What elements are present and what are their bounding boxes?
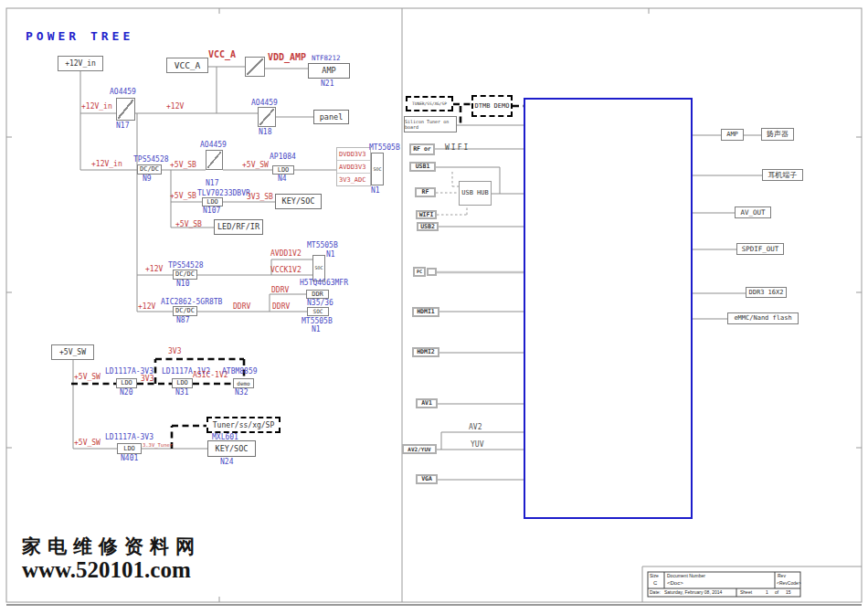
box-dcdc-n9: DC/DC — [137, 164, 162, 175]
port-hdmi2: HDMI2 — [412, 347, 439, 357]
part-label-ntf8212: NTF8212 — [312, 55, 341, 62]
mosfet-vcc-a — [245, 57, 265, 77]
ref-n87: N87 — [176, 317, 189, 324]
ref-n1-3: N1 — [312, 326, 321, 333]
titleblock-date-label: Date: — [650, 590, 661, 595]
box-demod: demo — [233, 378, 254, 388]
titleblock-sheet-value: 1 — [766, 590, 768, 595]
titleblock-date-value: Saturday, February 08, 2014 — [664, 590, 722, 595]
net-label-vdd-amp: VDD_AMP — [268, 53, 306, 62]
net-label-5v-sb-2: +5V_SB — [170, 193, 196, 200]
titleblock-size-label: Size — [650, 574, 659, 578]
net-label-avdd1v2: AVDD1V2 — [270, 250, 302, 258]
net-label-wifi: WIFI — [445, 143, 470, 152]
net-label-vcck1v2: VCCK1V2 — [270, 267, 302, 274]
rail-stack-3v3: DVDD3V3 AVDD3V3 3V3_ADC — [336, 147, 371, 186]
part-label-aic2862: AIC2862-5GR8TB — [161, 299, 222, 306]
mosfet-n17 — [116, 98, 135, 121]
port-rf-or: RF or — [409, 143, 435, 155]
ref-n20: N20 — [120, 389, 132, 397]
net-label-3v3-adc: 3V3_ADC — [337, 174, 370, 186]
box-ldo-n4: LDO — [272, 165, 294, 175]
box-dtmb-demod: DTMB DEMO — [471, 95, 513, 117]
net-label-av2: AV2 — [469, 423, 482, 431]
port-usb2: USB2 — [417, 222, 439, 231]
box-ldo-n31: LDO — [172, 378, 193, 388]
box-silicon-tuner: Silicon Tuner on board — [404, 116, 457, 132]
part-label-ap1084: AP1084 — [270, 154, 296, 161]
source-box-vcc-a: VCC_A — [166, 58, 208, 73]
box-soc-2: SOC — [312, 255, 325, 281]
ref-n35-36: N35/36 — [307, 300, 333, 307]
box-usb-hub: USB HUB — [459, 181, 492, 206]
ref-n9: N9 — [143, 175, 152, 183]
port-usb1: USB1 — [409, 162, 436, 172]
ref-n107: N107 — [203, 207, 220, 215]
mosfet-n17b — [206, 150, 223, 170]
net-label-ddrv-ddr: DDRV — [271, 287, 289, 294]
ref-n21: N21 — [321, 80, 333, 88]
port-pc-aux-box — [427, 268, 437, 276]
ref-n1-2: N1 — [326, 251, 335, 259]
port-vga: VGA — [416, 474, 438, 484]
part-label-ao4459-n18: AO4459 — [251, 100, 278, 107]
box-led-rf-ir: LED/RF/IR — [214, 219, 263, 235]
box-tuner-group: Tuner/ss/xg/SP — [206, 417, 281, 433]
titleblock-total-value: 15 — [786, 590, 791, 595]
box-spdif-out: SPDIF_OUT — [736, 243, 784, 255]
ref-n24: N24 — [220, 459, 233, 466]
box-ldo-n401: LDO — [117, 443, 142, 454]
port-wifi: WIFI — [416, 210, 437, 219]
net-label-yuv: YUV — [471, 440, 483, 449]
net-label-ddrv-soc: DDRV — [272, 303, 290, 311]
net-label-vcc-a: VCC_A — [208, 50, 236, 59]
net-label-3v3-1: 3V3 — [141, 376, 153, 383]
box-ddr: DDR — [306, 290, 329, 299]
box-dcdc-n87: DC/DC — [173, 306, 197, 316]
ref-n1-1: N1 — [371, 187, 380, 195]
part-label-mt5505b-3: MT5505B — [302, 318, 333, 325]
part-label-mt5505b-1: MT5505B — [369, 144, 400, 152]
port-rf: RF — [415, 187, 436, 197]
box-key-soc-2: KEY/SOC — [207, 440, 256, 457]
net-label-ddrv-main: DDRV — [233, 303, 250, 311]
net-label-5v-sb-3: +5V_SB — [175, 221, 202, 228]
part-label-tps54528-n10: TPS54528 — [168, 262, 204, 270]
port-pc: PC — [413, 267, 426, 277]
part-label-h5tq4g63mfr: H5TQ4G63MFR — [300, 280, 348, 287]
box-ldo-n107: LDO — [202, 197, 223, 206]
net-label-5v-sw-n20: +5V_SW — [74, 374, 101, 381]
source-box-12v-in: +12V_in — [58, 56, 103, 71]
titleblock-size-value: C — [653, 580, 657, 586]
watermark-site-name: 家电维修资料网 — [22, 534, 201, 559]
ref-n4: N4 — [278, 175, 287, 183]
box-soc-3: SOC — [307, 307, 329, 316]
part-label-ao4459-n17b: AO4459 — [200, 142, 227, 149]
soc-main-block — [524, 98, 693, 519]
box-amp: AMP — [308, 63, 350, 79]
watermark-url: www.520101.com — [22, 557, 191, 583]
net-label-12v-n10: +12V — [145, 266, 163, 273]
ref-n17: N17 — [116, 122, 129, 130]
part-label-mt5505b-2: MT5505B — [307, 242, 338, 249]
schematic-sheet: POWER TREE +12V_in VCC_A VCC_A VDD_AMP N… — [0, 0, 868, 614]
box-emmc-nand: eMMC/Nand flash — [727, 312, 799, 324]
box-panel: panel — [313, 110, 349, 124]
box-tuner-module: TUNER/SS/XG/SP — [406, 96, 453, 111]
titleblock-rev-value: <RevCode> — [777, 581, 801, 586]
titleblock-sheet-label: Sheet — [740, 590, 752, 595]
source-box-5v-sw: +5V_SW — [51, 344, 94, 360]
ref-n10: N10 — [176, 281, 189, 288]
box-dcdc-n10: DC/DC — [173, 270, 197, 280]
box-key-soc-1: KEY/SOC — [275, 194, 322, 209]
net-label-dvdd3v3: DVDD3V3 — [337, 148, 370, 161]
box-ldo-n20: LDO — [116, 378, 137, 388]
page-title: POWER TREE — [26, 30, 133, 42]
titleblock-of-label: of — [775, 590, 778, 595]
part-label-tps54528-n9: TPS54528 — [133, 156, 169, 164]
part-label-ao4459-n17: AO4459 — [110, 89, 136, 96]
net-label-5v-sw-n401: +5V_SW — [74, 439, 101, 447]
net-label-3v3-bypass: 3V3 — [168, 348, 181, 355]
port-av2-yuv: AV2/YUV — [402, 444, 437, 454]
net-label-12v-n87: +12V — [138, 303, 155, 311]
